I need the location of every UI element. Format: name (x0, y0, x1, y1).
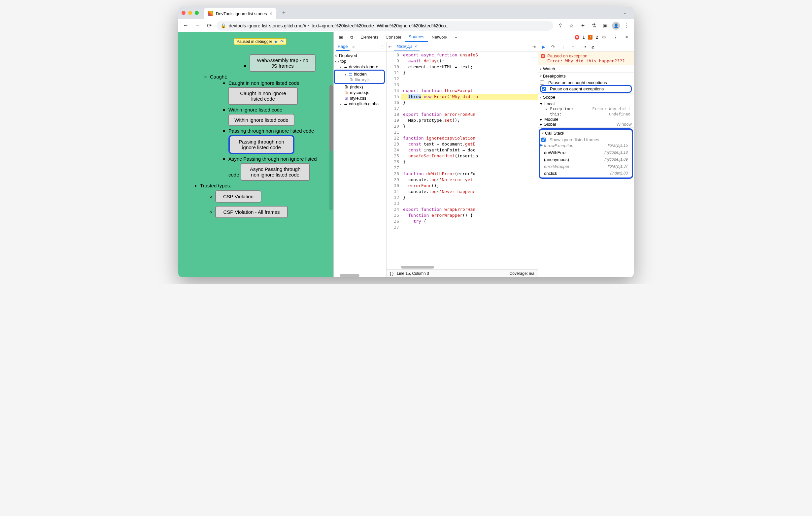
page-scrollbar[interactable] (329, 85, 333, 211)
forward-button[interactable]: → (193, 22, 202, 29)
wasm-trap-button[interactable]: WebAssembly trap - no JS frames (250, 54, 316, 72)
tab-console[interactable]: Console (382, 33, 405, 41)
debugger-toolbar: ▶ ↷ ↓ ↑ →• ⌀ (538, 42, 634, 52)
callstack-frame[interactable]: throwExceptionlibrary.js:15 (541, 142, 631, 149)
pause-caught-checkbox[interactable] (542, 87, 546, 91)
tab-network[interactable]: Network (429, 33, 451, 41)
code-area[interactable]: export async function unsafeS await dela… (401, 52, 538, 269)
navigator-more-icon[interactable]: » (352, 44, 354, 49)
csp-all-button[interactable]: CSP Violation - All frames (215, 206, 288, 218)
scope-panel-header[interactable]: ▾Scope (538, 94, 634, 101)
tree-file-index[interactable]: 🗎(index) (335, 84, 385, 90)
toolbar: ← → ⟳ 🔒 devtools-ignore-list-stories.gli… (178, 19, 634, 32)
navigator-tab-page[interactable]: Page (336, 42, 350, 51)
caught-heading: Caught: (210, 74, 227, 80)
scope-module-header[interactable]: ▸Module (540, 117, 632, 122)
tree-node-origin[interactable]: ☁devtools-ignore (335, 64, 385, 70)
editor-tab-library[interactable]: library.js × (394, 43, 419, 51)
caught-button[interactable]: Caught in non ignore listed code (228, 87, 298, 105)
tree-node-cdn[interactable]: ☁cdn.glitch.globa (335, 101, 385, 107)
resume-icon[interactable]: ▶ (274, 39, 278, 44)
tree-label: Deployed (339, 53, 357, 58)
tree-file-library[interactable]: 🗎library.js (336, 77, 383, 83)
tree-label: library.js (355, 77, 370, 82)
device-toggle-icon[interactable]: ⧉ (347, 33, 356, 42)
toggle-navigator-icon[interactable]: ⇤ (388, 44, 392, 49)
toggle-sidebar-icon[interactable]: ⇥ (532, 44, 536, 49)
pause-uncaught-checkbox[interactable] (540, 81, 544, 85)
navigator-overflow-icon[interactable]: ⋮ (380, 44, 384, 49)
bookmark-icon[interactable]: ☆ (567, 23, 576, 29)
watch-panel-header[interactable]: ▸Watch (538, 65, 634, 72)
back-button[interactable]: ← (181, 22, 190, 29)
labs-icon[interactable]: ⚗ (589, 23, 598, 29)
breakpoints-panel-header[interactable]: ▾Breakpoints (538, 72, 634, 80)
scope-global-value: Window (617, 122, 632, 127)
show-ignored-checkbox[interactable] (541, 138, 546, 142)
settings-gear-icon[interactable]: ⚙ (599, 33, 609, 41)
step-button[interactable]: →• (579, 44, 587, 50)
reload-button[interactable]: ⟳ (205, 22, 214, 29)
maximize-window-button[interactable] (195, 11, 199, 15)
error-warning-counts[interactable]: ✕ 1 ! 2 (575, 35, 598, 39)
file-js-icon: 🗎 (344, 90, 349, 95)
devtools-close-icon[interactable]: ✕ (621, 33, 632, 41)
close-file-icon[interactable]: × (414, 44, 417, 49)
new-tab-button[interactable]: + (282, 9, 286, 17)
browser-tab[interactable]: DevTools ignore list stories × (204, 8, 276, 19)
passing-button[interactable]: Passing through non ignore listed code (228, 135, 294, 154)
tree-file-style[interactable]: 🗎style.css (335, 95, 385, 101)
pause-caught-row[interactable]: Pause on caught exceptions (540, 85, 632, 93)
callstack-frame[interactable]: errorWrapperlibrary.js:37 (541, 163, 631, 170)
devtools-panel: ▣ ⧉ Elements Console Sources Network » ✕… (334, 32, 634, 277)
tabs-chevron-icon[interactable]: ⌄ (619, 10, 631, 15)
more-tabs-chevron-icon[interactable]: » (451, 33, 460, 41)
step-over-icon[interactable]: ↷ (280, 39, 284, 44)
async-button[interactable]: Async Passing through non ignore listed … (241, 163, 310, 181)
scope-global-header[interactable]: ▸ GlobalWindow (540, 122, 632, 127)
tab-sources[interactable]: Sources (405, 32, 428, 42)
tree-node-deployed[interactable]: ⟐Deployed (335, 53, 385, 58)
address-bar[interactable]: 🔒 devtools-ignore-list-stories.glitch.me… (216, 21, 553, 31)
inspect-icon[interactable]: ▣ (336, 33, 346, 41)
editor-scrollbar[interactable] (401, 266, 538, 269)
profile-avatar[interactable]: 👤 (612, 22, 620, 30)
paused-on-exception-box: ✕ Paused on exception Error: Why did thi… (538, 52, 634, 65)
panel-icon[interactable]: ▣ (601, 23, 609, 29)
pause-uncaught-row[interactable]: Pause on uncaught exceptions (540, 80, 632, 85)
callstack-frame[interactable]: (anonymous)mycode.js:89 (541, 156, 631, 163)
scope-local-header[interactable]: ▾Local (540, 101, 632, 106)
step-out-button[interactable]: ↑ (569, 44, 577, 50)
within-button[interactable]: Within ignore listed code (228, 114, 294, 126)
csp-button[interactable]: CSP Violation (215, 190, 261, 203)
tree-node-top[interactable]: ▭top (335, 58, 385, 64)
share-icon[interactable]: ⇪ (556, 23, 564, 29)
pretty-print-icon[interactable]: { } (390, 271, 394, 276)
step-over-button[interactable]: ↷ (549, 44, 557, 50)
callstack-frame[interactable]: onclick(index):83 (541, 170, 631, 177)
resume-button[interactable]: ▶ (539, 44, 547, 50)
pause-caught-label: Pause on caught exceptions (550, 86, 604, 91)
navigator-scrollbar[interactable] (334, 274, 386, 277)
step-into-button[interactable]: ↓ (559, 44, 567, 50)
tree-file-mycode[interactable]: 🗎mycode.js (335, 90, 385, 95)
devtools-overflow-icon[interactable]: ⋮ (610, 33, 621, 41)
close-tab-icon[interactable]: × (270, 11, 272, 16)
minimize-window-button[interactable] (188, 11, 192, 15)
file-icon: 🗎 (344, 85, 349, 89)
line-number-gutter[interactable]: 8910111213141516171819202122232425262728… (386, 52, 401, 269)
tab-elements[interactable]: Elements (357, 33, 382, 41)
scope-exception-row[interactable]: ▸ Exception: Error: Why did t (540, 106, 632, 112)
tree-label: (index) (350, 85, 363, 89)
close-window-button[interactable] (181, 11, 185, 15)
status-coverage: Coverage: n/a (510, 271, 534, 276)
tree-node-hidden[interactable]: 🗀hidden (336, 71, 383, 77)
callstack-frame[interactable]: doWithErrormycode.js:18 (541, 149, 631, 156)
overflow-menu-icon[interactable]: ⋮ (622, 23, 631, 29)
deactivate-breakpoints-button[interactable]: ⌀ (589, 44, 597, 50)
extensions-icon[interactable]: ✦ (578, 23, 587, 29)
scope-this-row[interactable]: this: undefined (540, 112, 632, 117)
call-stack-header[interactable]: ▾Call Stack (540, 130, 632, 136)
show-ignored-row[interactable]: Show ignore-listed frames (541, 137, 631, 142)
deploy-icon: ⟐ (335, 53, 338, 58)
